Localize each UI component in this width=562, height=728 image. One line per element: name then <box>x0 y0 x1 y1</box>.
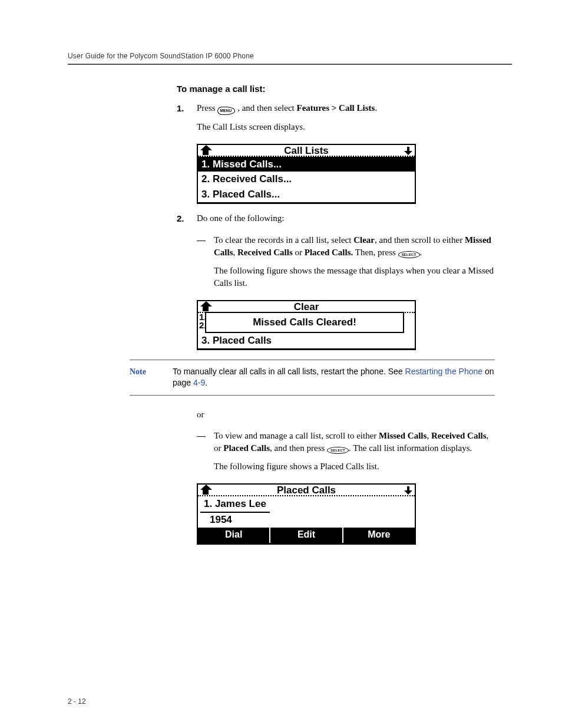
section-heading: To manage a call list: <box>177 83 495 95</box>
bold: Placed Calls. <box>305 248 353 257</box>
text: Press <box>197 103 217 113</box>
select-key-icon: SELECT <box>398 251 420 258</box>
note-label: Note <box>130 366 156 378</box>
link-restarting[interactable]: Restarting the Phone <box>405 367 483 376</box>
sub-view: — To view and manage a call list, scroll… <box>197 430 495 479</box>
menu-key-icon: MENU <box>217 107 235 115</box>
text: , and then press <box>270 443 327 453</box>
bold: Clear <box>353 235 375 245</box>
step-2: 2. Do one of the following: <box>177 212 495 230</box>
dash-bullet: — <box>197 234 206 295</box>
text: , and then select <box>237 103 296 113</box>
text: Then, press <box>353 248 398 257</box>
lcd-popup: Missed Calls Cleared! <box>205 312 404 333</box>
text: . The call list information displays. <box>349 443 472 453</box>
lcd-row-received: 2. Received Calls... <box>198 172 415 187</box>
lcd-popup-section: 1. 2. Missed Calls Cleared! <box>198 312 415 333</box>
lcd-title-bar: Call Lists <box>198 145 415 157</box>
lcd-clear: Clear 1. 2. Missed Calls Cleared! 3. Pla… <box>197 300 416 350</box>
dash-bullet: — <box>197 430 206 479</box>
text: To clear the records in a call list, sel… <box>214 235 353 245</box>
lcd-title-text: Placed Calls <box>198 483 415 498</box>
bold: Missed Calls <box>379 431 427 440</box>
step-1-line-2: The Call Lists screen displays. <box>197 121 495 133</box>
text: , <box>233 248 238 257</box>
softkey-dial: Dial <box>198 528 270 542</box>
text: . <box>205 378 207 387</box>
step-1: 1. Press MENU , and then select Features… <box>177 102 495 139</box>
sub-view-line-2: The following figure shows a Placed Call… <box>214 460 495 473</box>
sub-clear-line-2: The following figure shows the message t… <box>214 265 495 289</box>
scroll-down-icon <box>404 147 412 155</box>
sub-view-line-1: To view and manage a call list, scroll t… <box>214 430 495 454</box>
step-1-line-1: Press MENU , and then select Features > … <box>197 102 495 115</box>
note-body: To manually clear all calls in all call … <box>173 366 495 389</box>
note-block: Note To manually clear all calls in all … <box>130 360 495 396</box>
lcd-row-placed: 3. Placed Calls <box>198 333 415 348</box>
sub-clear-line-1: To clear the records in a call list, sel… <box>214 234 495 259</box>
lcd-row-placed: 3. Placed Calls... <box>198 187 415 202</box>
text: , and then scroll to either <box>375 235 465 245</box>
text: or <box>293 248 305 257</box>
softkey-edit: Edit <box>270 528 343 542</box>
softkey-more: More <box>343 528 415 542</box>
link-pageref[interactable]: 4-9 <box>193 378 205 387</box>
step-number: 2. <box>177 212 189 230</box>
text: To manually clear all calls in all call … <box>173 367 405 376</box>
select-key-icon: SELECT <box>327 447 349 454</box>
lcd-title-text: Call Lists <box>198 144 415 158</box>
text: , <box>427 431 431 440</box>
lcd-entry-name: 1. James Lee <box>200 496 270 513</box>
text: . <box>420 248 422 257</box>
text: . <box>375 103 377 113</box>
page-number: 2 - 12 <box>68 697 86 706</box>
lcd-entry: 1. James Lee 1954 <box>198 496 415 528</box>
sub-clear: — To clear the records in a call list, s… <box>197 234 495 295</box>
bold: Placed Calls <box>223 443 270 453</box>
step-2-lead: Do one of the following: <box>197 212 495 225</box>
scroll-down-icon <box>404 486 412 495</box>
text: To view and manage a call list, scroll t… <box>214 431 379 440</box>
lcd-placed-calls: Placed Calls 1. James Lee 1954 Dial Edit… <box>197 483 416 545</box>
running-header: User Guide for the Polycom SoundStation … <box>68 52 512 60</box>
lcd-entry-number: 1954 <box>198 513 415 528</box>
lcd-row-missed: 1. Missed Calls... <box>198 157 415 172</box>
bold: Received Calls <box>237 248 293 257</box>
header-rule <box>68 64 512 65</box>
lcd-call-lists: Call Lists 1. Missed Calls... 2. Receive… <box>197 144 416 204</box>
menu-path: Features > Call Lists <box>297 103 375 113</box>
step-number: 1. <box>177 102 189 139</box>
lcd-title-bar: Clear <box>198 301 415 313</box>
bold: Received Calls <box>431 431 487 440</box>
lcd-popup-text: Missed Calls Cleared! <box>206 313 403 332</box>
lcd-softkeys: Dial Edit More <box>198 528 415 542</box>
or-text: or <box>197 409 495 421</box>
lcd-title-bar: Placed Calls <box>198 485 415 496</box>
